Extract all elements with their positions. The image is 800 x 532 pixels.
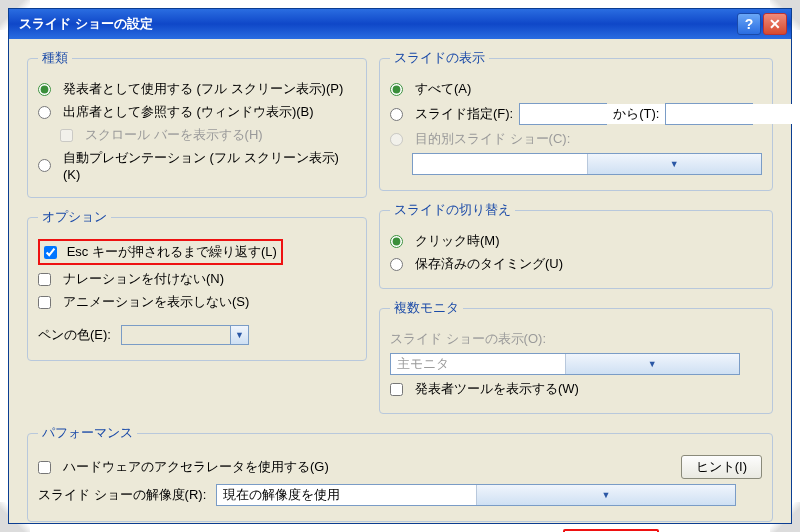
- label-custom-show: 目的別スライド ショー(C):: [415, 130, 570, 148]
- group-monitors: 複数モニタ スライド ショーの表示(O): 主モニタ ▼ 発: [379, 299, 773, 414]
- label-presenter: 発表者として使用する (フル スクリーン表示)(P): [63, 80, 343, 98]
- label-hw-accel: ハードウェアのアクセラレータを使用する(G): [63, 458, 329, 476]
- radio-presenter[interactable]: [38, 83, 51, 96]
- close-icon[interactable]: ✕: [763, 13, 787, 35]
- chevron-down-icon[interactable]: ▼: [476, 485, 736, 505]
- group-type: 種類 発表者として使用する (フル スクリーン表示)(P) 出席者として参照する…: [27, 49, 367, 198]
- spin-to[interactable]: ▲▼: [665, 103, 753, 125]
- check-no-narration[interactable]: [38, 273, 51, 286]
- label-slide-range: スライド指定(F):: [415, 105, 513, 123]
- check-loop[interactable]: [44, 246, 57, 259]
- group-performance: パフォーマンス ハードウェアのアクセラレータを使用する(G) ヒント(I) スラ…: [27, 424, 773, 522]
- label-to: から(T):: [613, 105, 659, 123]
- label-attendee: 出席者として参照する (ウィンドウ表示)(B): [63, 103, 314, 121]
- combo-custom-show: ▼: [412, 153, 762, 175]
- chevron-down-icon[interactable]: ▼: [231, 325, 249, 345]
- to-input[interactable]: [666, 104, 800, 124]
- check-scrollbar: [60, 129, 73, 142]
- help-icon[interactable]: ?: [737, 13, 761, 35]
- dialog-window: スライド ショーの設定 ? ✕ 種類 発表者として使用する (フル スクリーン表…: [8, 8, 792, 524]
- hint-button[interactable]: ヒント(I): [681, 455, 762, 479]
- label-no-narration: ナレーションを付けない(N): [63, 270, 224, 288]
- label-loop: Esc キーが押されるまで繰り返す(L): [67, 244, 277, 259]
- chevron-down-icon: ▼: [565, 354, 740, 374]
- pen-color-swatch: [121, 325, 231, 345]
- group-monitors-legend: 複数モニタ: [390, 299, 463, 317]
- label-no-animation: アニメーションを表示しない(S): [63, 293, 249, 311]
- radio-custom-show: [390, 133, 403, 146]
- radio-manual[interactable]: [390, 235, 403, 248]
- radio-attendee[interactable]: [38, 106, 51, 119]
- combo-resolution-value: 現在の解像度を使用: [217, 486, 476, 504]
- group-slides-legend: スライドの表示: [390, 49, 489, 67]
- check-presenter-tools[interactable]: [390, 383, 403, 396]
- chevron-down-icon: ▼: [587, 154, 762, 174]
- label-presenter-tools: 発表者ツールを表示する(W): [415, 380, 579, 398]
- check-no-animation[interactable]: [38, 296, 51, 309]
- radio-slide-range[interactable]: [390, 108, 403, 121]
- group-slides: スライドの表示 すべて(A) スライド指定(F): ▲▼: [379, 49, 773, 191]
- group-advance: スライドの切り替え クリック時(M) 保存済みのタイミング(U): [379, 201, 773, 289]
- group-type-legend: 種類: [38, 49, 72, 67]
- label-all-slides: すべて(A): [415, 80, 471, 98]
- label-manual: クリック時(M): [415, 232, 500, 250]
- titlebar: スライド ショーの設定 ? ✕: [9, 9, 791, 39]
- label-scrollbar: スクロール バーを表示する(H): [85, 126, 263, 144]
- highlight-loop: Esc キーが押されるまで繰り返す(L): [38, 239, 283, 265]
- group-options: オプション Esc キーが押されるまで繰り返す(L) ナレーションを付けない(N…: [27, 208, 367, 361]
- radio-all-slides[interactable]: [390, 83, 403, 96]
- label-pen-color: ペンの色(E):: [38, 326, 111, 344]
- label-auto: 自動プレゼンテーション (フル スクリーン表示)(K): [63, 149, 356, 182]
- combo-resolution[interactable]: 現在の解像度を使用 ▼: [216, 484, 736, 506]
- label-timings: 保存済みのタイミング(U): [415, 255, 563, 273]
- combo-monitors-value: 主モニタ: [391, 355, 565, 373]
- label-display-on: スライド ショーの表示(O):: [390, 330, 546, 348]
- group-advance-legend: スライドの切り替え: [390, 201, 515, 219]
- radio-auto[interactable]: [38, 159, 51, 172]
- combo-monitors: 主モニタ ▼: [390, 353, 740, 375]
- group-performance-legend: パフォーマンス: [38, 424, 137, 442]
- spin-from[interactable]: ▲▼: [519, 103, 607, 125]
- label-resolution: スライド ショーの解像度(R):: [38, 486, 206, 504]
- check-hw-accel[interactable]: [38, 461, 51, 474]
- radio-timings[interactable]: [390, 258, 403, 271]
- group-options-legend: オプション: [38, 208, 111, 226]
- window-title: スライド ショーの設定: [19, 15, 153, 33]
- pen-color-combo[interactable]: ▼: [121, 325, 249, 345]
